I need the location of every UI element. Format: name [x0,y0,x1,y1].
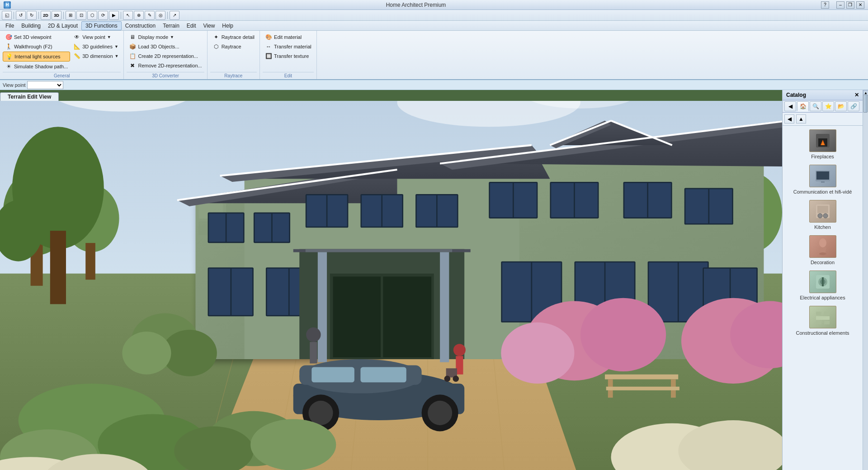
help-button[interactable]: ? [821,1,829,9]
main-area: Terrain Edit View [0,90,868,470]
catalog-close-icon[interactable]: ✕ [854,92,859,98]
menu-terrain[interactable]: Terrain [159,22,183,30]
svg-rect-71 [709,189,732,223]
3d-guidelines-button[interactable]: 📐 3D guidelines ▼ [71,42,121,51]
remove-2d-rep-button[interactable]: ✖ Remove 2D-representation... [127,61,204,70]
svg-rect-9 [85,243,95,280]
menu-edit[interactable]: Edit [183,22,200,30]
svg-rect-76 [267,269,288,315]
catalog-folder-tab[interactable]: 📂 [835,101,847,111]
decoration-icon [809,235,836,258]
menu-file[interactable]: File [2,22,18,30]
new-button[interactable]: ◱ [2,11,12,20]
catalog-header: Catalog ✕ [783,90,863,100]
catalog-prev-button[interactable]: ◀ [784,114,794,123]
svg-point-132 [250,419,336,470]
catalog-item-kitchen[interactable]: Kitchen [787,200,859,230]
create2d-icon: 📋 [129,52,136,60]
ribbon: 🎯 Set 3D viewpoint 🚶 Walkthrough (F2) 💡 … [0,31,868,80]
load-3d-objects-button[interactable]: 📦 Load 3D Objects... [127,42,204,51]
raytrace-button[interactable]: ⬡ Raytrace [210,42,257,51]
constructional-label: Constructional elements [796,330,849,336]
catalog-up-button[interactable]: ▲ [796,114,806,123]
catalog-favorites-tab[interactable]: ⭐ [822,101,834,111]
catalog-panel: Catalog ✕ ◀ 🏠 🔍 ⭐ 📂 🔗 ◀ ▲ [782,90,868,470]
raytrace-detail-button[interactable]: ✦ Raytrace detail [210,33,257,42]
svg-rect-52 [307,195,326,227]
view-point-button[interactable]: 👁 View point ▼ [71,33,121,42]
svg-rect-47 [226,214,243,242]
catalog-item-communication[interactable]: Communication et hifi-vidé [787,165,859,195]
svg-rect-156 [816,312,821,315]
target-button[interactable]: ◎ [156,11,165,20]
zoom-button[interactable]: ⊕ [134,11,144,20]
catalog-scrollbar[interactable]: ▲ ▼ [863,90,868,470]
svg-rect-73 [209,269,230,315]
snap-button[interactable]: ⊡ [76,11,86,20]
menu-view[interactable]: View [200,22,219,30]
menu-construction[interactable]: Construction [122,22,159,30]
catalog-back-btn[interactable]: ◀ [784,101,796,111]
scrollbar-thumb[interactable] [863,95,868,113]
viewpoint-select[interactable] [27,81,63,89]
3d-dimension-button[interactable]: 📏 3D dimension ▼ [71,52,121,61]
walkthrough-button[interactable]: 🚶 Walkthrough (F2) [3,42,70,51]
catalog-item-decoration[interactable]: Decoration [787,235,859,265]
redo-button[interactable]: ↻ [27,11,37,20]
svg-rect-159 [824,321,830,324]
decoration-label: Decoration [811,260,835,265]
svg-rect-82 [440,252,449,362]
app-icon: H [4,1,11,9]
menu-help[interactable]: Help [218,22,237,30]
catalog-item-constructional[interactable]: Constructional elements [787,306,859,336]
transfer-texture-button[interactable]: 🔲 Transfer texture [263,52,314,61]
catalog-title: Catalog [786,92,806,98]
svg-rect-142 [816,171,829,180]
3d-viewport[interactable]: Terrain Edit View [0,90,782,470]
catalog-tabs: ◀ 🏠 🔍 ⭐ 📂 🔗 [783,100,863,113]
transfer-material-button[interactable]: ↔ Transfer material [263,42,314,51]
restore-button[interactable]: ❐ [846,1,854,9]
arrow-button[interactable]: ↗ [170,11,179,20]
internal-light-sources-button[interactable]: 💡 Internal light sources [3,52,70,62]
constructional-icon [809,306,836,328]
electrical-icon [809,271,836,293]
create-2d-rep-button[interactable]: 📋 Create 2D representation... [127,52,204,61]
viewpoint-control[interactable]: View point [3,81,63,89]
play-button[interactable]: ▶ [109,11,119,20]
general-group-label: General [3,72,121,78]
raytrace-group-label: Raytrace [210,72,257,78]
terrain-edit-view-tab[interactable]: Terrain Edit View [0,92,59,101]
menu-2d-layout[interactable]: 2D & Layout [44,22,81,30]
display-mode-button[interactable]: 🖥 Display mode ▼ [127,33,204,42]
simulate-shadow-button[interactable]: ☀ Simulate Shadow path... [3,62,70,71]
svg-rect-65 [575,183,598,218]
grid-button[interactable]: ⊞ [66,11,75,20]
ribbon-group-edit: 🎨 Edit material ↔ Transfer material 🔲 Tr… [260,31,317,79]
catalog-home-tab[interactable]: 🏠 [797,101,809,111]
svg-point-129 [453,375,459,382]
raytrace-col: ✦ Raytrace detail ⬡ Raytrace [210,33,257,51]
ribbon-group-3dconverter: 🖥 Display mode ▼ 📦 Load 3D Objects... 📋 … [124,31,207,79]
set-3d-viewpoint-button[interactable]: 🎯 Set 3D viewpoint [3,33,70,42]
2d-button[interactable]: 2D [41,11,51,20]
catalog-search-tab[interactable]: 🔍 [810,101,821,111]
pencil-button[interactable]: ✎ [145,11,155,20]
ribbon-group-content-general: 🎯 Set 3D viewpoint 🚶 Walkthrough (F2) 💡 … [3,33,121,71]
rotate-button[interactable]: ⟳ [98,11,108,20]
remove2d-icon: ✖ [129,62,136,69]
catalog-item-electrical[interactable]: Electrical appliances [787,271,859,300]
svg-point-147 [823,214,828,218]
catalog-extra1-tab[interactable]: 🔗 [848,101,859,111]
catalog-item-fireplaces[interactable]: Fireplaces [787,129,859,159]
menu-3d-functions[interactable]: 3D Functions [81,21,122,30]
3d-button[interactable]: 3D [52,11,61,20]
minimize-button[interactable]: – [836,1,844,9]
svg-rect-155 [816,316,830,320]
measure-button[interactable]: ⬡ [87,11,97,20]
menu-building[interactable]: Building [18,22,44,30]
close-button[interactable]: ✕ [856,1,864,9]
undo-button[interactable]: ↺ [16,11,26,20]
select-button[interactable]: ↖ [123,11,133,20]
edit-material-button[interactable]: 🎨 Edit material [263,33,314,42]
